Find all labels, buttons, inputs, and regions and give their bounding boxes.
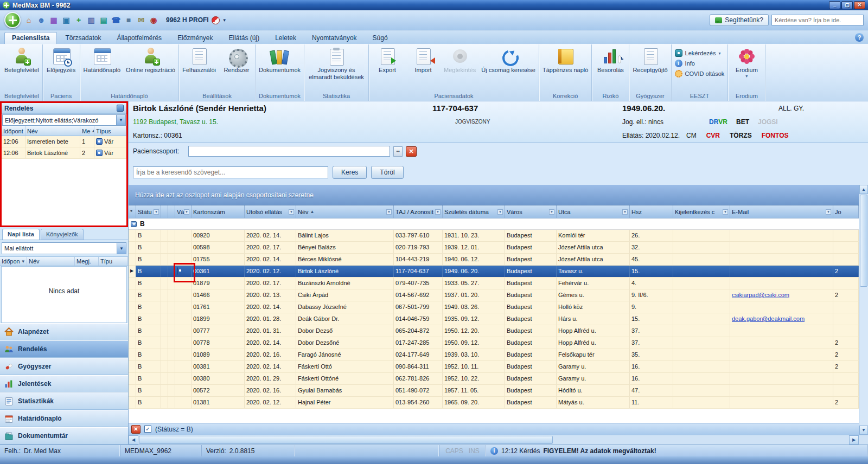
import-button[interactable]: Import [406,47,441,92]
minimize-button[interactable]: _ [829,1,840,9]
receptgyujto-button[interactable]: Receptgyűjtő [630,47,669,92]
info-button[interactable]: Info [673,59,727,68]
rendeles-row[interactable]: 12:06Ismeretlen bete1Vár [2,136,126,147]
maximize-button[interactable]: ▢ [841,1,853,9]
pacienscsoport-browse-button[interactable]: ▪▪ [393,146,403,157]
vertical-scrollbar[interactable]: ▲ ▼ [859,185,868,435]
app-orb-button[interactable] [4,12,21,28]
email-link[interactable]: deak.gabor@deakmail.com [732,315,805,322]
patient-row[interactable]: B003812020. 02. 14.Fáskerti Ottó090-864-… [129,361,859,373]
screen-icon[interactable]: ■ [123,14,134,26]
tab-törzsadatok[interactable]: Törzsadatok [58,32,108,44]
filter-checkbox[interactable]: ✓ [144,426,151,433]
apps-icon[interactable]: ▦ [48,14,59,26]
export-button[interactable]: Export [370,47,405,92]
elojegyzes-button[interactable]: Előjegyzés [44,47,79,92]
patient-row[interactable]: B018792020. 02. 17.Buzánszki Arnoldné079… [129,278,859,289]
sidebar-item-rendelés[interactable]: Rendelés [0,340,128,358]
column-header-nev[interactable]: Név [25,126,80,136]
column-header-col3[interactable] [168,205,175,218]
patient-row[interactable]: B010892020. 02. 16.Faragó Jánosné024-177… [129,349,859,361]
column-header-taj-azonosít[interactable]: TAJ / Azonosít▼ [394,205,443,218]
tab-nyomtatványok[interactable]: Nyomtatványok [304,32,365,44]
column-header-kijelentkezés-c[interactable]: Kijelentkezés c▼ [673,205,730,218]
scroll-up-icon[interactable]: ▲ [859,185,868,194]
search-input[interactable] [133,166,328,178]
column-header-col2[interactable] [161,205,168,218]
camera-icon[interactable]: ◉ [148,14,159,26]
column-header-nev[interactable]: Név [27,257,75,266]
betegfelvetel-button[interactable]: Betegfelvétel [2,47,41,92]
sidebar-item-alapnézet[interactable]: Alapnézet [0,323,128,340]
uj-csomag-keresese-button[interactable]: Új csomag keresése [479,47,538,92]
sidebar-item-statisztikák[interactable]: Statisztikák [0,392,128,410]
sidebar-item-gyógyszer[interactable]: Gyógyszer [0,358,128,375]
patient-row[interactable]: B005722020. 02. 16.Gyulai Barnabás051-49… [129,385,859,397]
home-icon[interactable]: ⌂ [23,14,34,26]
patient-row[interactable]: ▶B003612020. 02. 12.Birtok Lászlóné117-7… [129,266,859,278]
pacienscsoport-clear-button[interactable]: ✕ [406,146,417,157]
horizontal-scrollbar[interactable]: ◀ ▶ [129,435,868,444]
close-button[interactable]: ✕ [854,1,865,9]
column-header-idopont[interactable]: Időpon▼ [0,257,27,266]
tab-pacienslista[interactable]: Pacienslista [4,32,57,44]
column-header-hsz[interactable]: Hsz [630,205,673,218]
covid-oltasok-button[interactable]: COVID oltások [673,69,727,78]
column-header-utca[interactable]: Utca▼ [557,205,630,218]
scroll-left-icon[interactable]: ◀ [129,435,138,444]
patient-row[interactable]: B017612020. 02. 14.Dabassy Józsefné067-5… [129,301,859,313]
patient-row[interactable]: B005982020. 02. 17.Bényei Balázs020-719-… [129,242,859,254]
napi-lista-filter-dropdown[interactable]: Mai ellátott ▼ [2,242,126,254]
pacienscsoport-input[interactable] [188,146,390,157]
column-header-város[interactable]: Város▼ [505,205,557,218]
tab-leletek[interactable]: Leletek [267,32,304,44]
save-icon[interactable]: ▣ [61,14,72,26]
column-header-tipu[interactable]: Típu [99,257,128,266]
patient-row[interactable]: B014662020. 02. 13.Csiki Árpád014-567-69… [129,289,859,301]
books-icon[interactable]: ▤ [98,14,109,26]
dokumentumok-button[interactable]: Dokumentumok [257,47,303,92]
panel-options-icon[interactable] [117,105,124,112]
patient-row[interactable]: B007772020. 01. 31.Dobor Dezső065-204-87… [129,325,859,337]
group-by-hint[interactable]: Húzza ide azt az oszlopot ami alapján cs… [129,185,859,205]
patient-row[interactable]: B017552020. 02. 14.Bérces Miklósné104-44… [129,254,859,266]
mail-icon[interactable]: ✉ [136,14,146,26]
column-header-utolsó-ellátás[interactable]: Utolsó ellátás▼ [245,205,296,218]
tappenzes-naplo-button[interactable]: Táppénzes napló [540,47,590,92]
tab-állapotfelmérés[interactable]: Állapotfelmérés [109,32,169,44]
ribbon-help-icon[interactable]: ? [855,33,864,42]
erodium-button[interactable]: Erodium ▾ [729,47,764,92]
scroll-right-icon[interactable]: ▶ [849,435,859,444]
sidebar-item-dokumentumtár[interactable]: Dokumentumtár [0,427,128,444]
besorolas-button[interactable]: Besorolás [593,47,628,92]
column-header-név[interactable]: Név▲▼ [296,205,394,218]
help-button[interactable]: Segíthetünk? [710,14,769,26]
question-input[interactable] [771,15,864,25]
hataridonaplo-button[interactable]: Határidőnapló [81,47,123,92]
chevron-down-icon[interactable]: ▼ [116,115,125,125]
column-header-vár[interactable]: Vár▼ [175,205,192,218]
column-header-col0[interactable]: * [129,205,136,218]
column-header-e-mail[interactable]: E-Mail▼ [730,205,833,218]
new-doc-icon[interactable]: + [73,14,84,26]
tab-napi-lista[interactable]: Napi lista [2,229,40,240]
column-header-megj[interactable]: Megj. [75,257,99,266]
rendeles-row[interactable]: 12:06Birtok Lászlóné2Vár [2,147,126,159]
chevron-down-icon[interactable]: ▼ [117,243,126,254]
tab-ellátás-új[interactable]: Ellátás (új) [221,32,267,44]
column-header-kartonszám[interactable]: Kartonszám [192,205,245,218]
column-header-státu[interactable]: Státu▼ [136,205,161,218]
felhasznaloi-button[interactable]: Felhasználói [180,47,218,92]
group-row[interactable]: B [129,218,859,230]
phone-icon[interactable]: ☎ [111,14,122,26]
column-header-me[interactable]: Me▲ [80,126,94,136]
lekerdezes-button[interactable]: Lekérdezés ▾ [673,49,727,57]
sidebar-item-jelentések[interactable]: Jelentések [0,375,128,392]
tab-előzmények[interactable]: Előzmények [170,32,220,44]
column-header-jo[interactable]: Jo [833,205,859,218]
scroll-down-icon[interactable]: ▼ [859,426,868,435]
rendszer-button[interactable]: Rendszer [219,47,254,92]
window-icon[interactable]: ▥ [86,14,97,26]
tab-súgó[interactable]: Súgó [365,32,395,44]
tab-könyvjelzők[interactable]: Könyvjelzők [41,229,84,240]
